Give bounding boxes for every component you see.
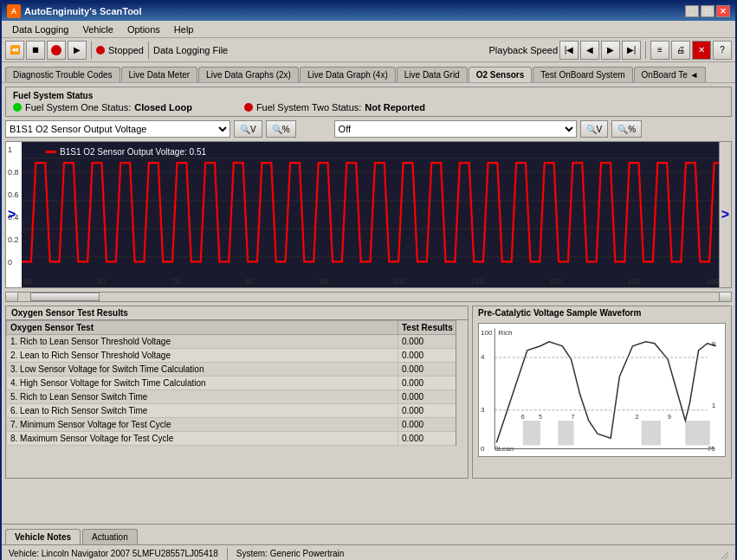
tab-live-graph-4x[interactable]: Live Data Graph (4x) [300, 67, 396, 82]
x-label-80: 80 [245, 277, 254, 286]
svg-rect-17 [558, 421, 573, 445]
sensor-select-secondary[interactable]: Off [334, 120, 577, 138]
h-scrollbar[interactable] [5, 292, 732, 302]
tab-test-onboard[interactable]: Test OnBoard System [533, 67, 632, 82]
status-system: System: Generic Powertrain [236, 549, 345, 558]
table-row: 1. Rich to Lean Sensor Threshold Voltage… [7, 335, 468, 349]
y-label-0: 0 [8, 258, 23, 267]
test-name: 7. Minimum Sensor Voltage for Test Cycle [7, 418, 398, 432]
x-label-90: 90 [319, 277, 327, 286]
x-label-130: 130 [628, 277, 641, 286]
svg-text:2: 2 [636, 414, 639, 421]
legend-color [46, 151, 56, 153]
window-controls: _ □ ✕ [685, 5, 730, 17]
play-button[interactable]: ▶ [68, 41, 87, 60]
toolbar-btn-1[interactable]: ⏪ [5, 41, 24, 60]
svg-rect-19 [685, 421, 709, 445]
menu-bar: Data Logging Vehicle Options Help [2, 21, 735, 38]
bottom-tab-bar: Vehicle Notes Actuation [2, 524, 735, 544]
svg-text:3: 3 [481, 406, 485, 414]
app-title: AutoEnginuity's ScanTool [24, 6, 142, 16]
fuel-one-label: Fuel System One Status: [25, 102, 131, 113]
x-label-110: 110 [471, 277, 484, 286]
fuel-two-indicator [244, 103, 253, 112]
playback-back[interactable]: ◀ [580, 41, 599, 60]
playback-fwd[interactable]: ▶ [601, 41, 620, 60]
toolbar-btn-2[interactable]: ⏹ [26, 41, 45, 60]
x-label-60: 60 [97, 277, 106, 286]
fuel-two: Fuel System Two Status: Not Reported [244, 102, 425, 113]
playback-slow[interactable]: |◀ [559, 41, 579, 60]
zoom-v-button[interactable]: 🔍V [234, 120, 262, 138]
sensor-select-primary[interactable]: B1S1 O2 Sensor Output Voltage [5, 120, 230, 138]
svg-line-30 [725, 556, 728, 559]
tab-live-graphs-2x[interactable]: Live Data Graphs (2x) [198, 67, 299, 82]
oxygen-test-box: Oxygen Sensor Test Results Oxygen Sensor… [5, 306, 469, 479]
tab-live-grid[interactable]: Live Data Grid [397, 67, 468, 82]
status-light [96, 46, 105, 55]
table-scrollbar[interactable] [456, 320, 468, 446]
table-row: 7. Minimum Sensor Voltage for Test Cycle… [7, 418, 468, 432]
svg-text:0: 0 [495, 446, 499, 454]
zoom-pct-button[interactable]: 🔍% [266, 120, 296, 138]
svg-text:Lean: Lean [498, 446, 514, 454]
toolbar-extra-4[interactable]: ? [713, 41, 732, 60]
zoom-v-button-2[interactable]: 🔍V [580, 120, 609, 138]
status-group: Stopped [96, 45, 144, 55]
table-row: 5. Rich to Lean Sensor Switch Time0.000 [7, 390, 468, 404]
fuel-status-row: Fuel System One Status: Closed Loop Fuel… [13, 102, 724, 113]
tab-dtc[interactable]: Diagnostic Trouble Codes [5, 67, 120, 82]
fuel-status-title: Fuel System Status [13, 91, 724, 100]
test-name: 6. Lean to Rich Sensor Switch Time [7, 404, 398, 418]
minimize-button[interactable]: _ [685, 5, 699, 17]
test-name: 3. Low Sensor Voltage for Switch Time Ca… [7, 363, 398, 377]
title-bar: A AutoEnginuity's ScanTool _ □ ✕ [2, 2, 735, 21]
waveform-box: Pre-Catalytic Voltage Sample Waveform 10… [472, 306, 732, 479]
h-scrollbar-thumb[interactable] [30, 293, 100, 301]
toolbar-extra-1[interactable]: ≡ [650, 41, 669, 60]
table-row: 2. Lean to Rich Sensor Threshold Voltage… [7, 349, 468, 363]
svg-rect-18 [642, 421, 661, 445]
maximize-button[interactable]: □ [701, 5, 714, 17]
status-bar: Vehicle: Lincoln Navigator 2007 5LMFU285… [2, 544, 735, 560]
toolbar-extra-2[interactable]: 🖨 [671, 41, 690, 60]
y-label-02: 0.2 [8, 235, 23, 244]
fuel-two-label: Fuel System Two Status: [256, 102, 361, 113]
zoom-pct-button-2[interactable]: 🔍% [611, 120, 642, 138]
tab-actuation[interactable]: Actuation [82, 529, 138, 544]
menu-help[interactable]: Help [167, 23, 201, 36]
menu-data-logging[interactable]: Data Logging [5, 23, 75, 36]
playback-fast[interactable]: ▶| [622, 41, 641, 60]
playback-speed-label: Playback Speed [489, 45, 559, 55]
resize-grip[interactable] [718, 549, 728, 559]
toolbar-extra-3[interactable]: ✕ [692, 41, 711, 60]
close-button[interactable]: ✕ [716, 5, 730, 17]
menu-options[interactable]: Options [120, 23, 167, 36]
main-content: Fuel System Status Fuel System One Statu… [2, 83, 735, 560]
bottom-section: Oxygen Sensor Test Results Oxygen Sensor… [5, 306, 732, 479]
status-vehicle: Vehicle: Lincoln Navigator 2007 5LMFU285… [9, 549, 218, 558]
menu-vehicle[interactable]: Vehicle [75, 23, 120, 36]
svg-text:9: 9 [668, 414, 671, 421]
tab-onboard-te[interactable]: OnBoard Te ◄ [634, 67, 707, 82]
oxygen-test-title: Oxygen Sensor Test Results [6, 306, 468, 320]
svg-text:6: 6 [521, 414, 525, 421]
record-button[interactable] [47, 41, 66, 60]
graph-nav-left[interactable]: > [8, 207, 16, 222]
graph-nav-right[interactable]: > [721, 207, 729, 222]
test-name: 5. Rich to Lean Sensor Switch Time [7, 390, 398, 404]
graph-container: > > 1 0.8 0.6 0.4 0.2 0 B1S1 O2 Sensor O… [5, 141, 732, 288]
x-label-50: 50 [23, 277, 32, 286]
graph-legend-text: B1S1 O2 Sensor Output Voltage: 0.51 [60, 147, 206, 157]
tab-live-meter[interactable]: Live Data Meter [121, 67, 198, 82]
svg-text:5: 5 [539, 414, 542, 421]
tab-o2-sensors[interactable]: O2 Sensors [469, 67, 533, 82]
svg-text:0: 0 [481, 446, 485, 454]
svg-text:7: 7 [572, 414, 575, 421]
tab-vehicle-notes[interactable]: Vehicle Notes [5, 529, 81, 544]
toolbar: ⏪ ⏹ ▶ Stopped Data Logging File Playback… [2, 38, 735, 62]
svg-text:100: 100 [481, 329, 493, 337]
tab-bar: Diagnostic Trouble Codes Live Data Meter… [2, 62, 735, 83]
test-name: 1. Rich to Lean Sensor Threshold Voltage [7, 335, 398, 349]
waveform-chart: 100 4 3 0 Rich Lean 0 75 8 1 [478, 323, 726, 457]
